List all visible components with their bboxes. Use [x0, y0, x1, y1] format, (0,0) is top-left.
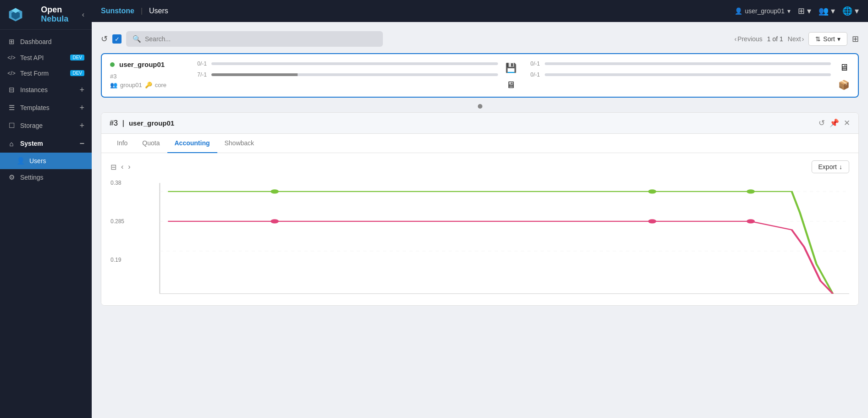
chart-next-button[interactable]: ›: [128, 163, 130, 171]
topbar-separator: |: [141, 7, 143, 15]
sidebar-item-label: Test Form: [20, 70, 49, 77]
y-label-0285: 0.285: [111, 218, 124, 225]
screen-icon: 🖥: [506, 80, 515, 90]
sidebar-item-settings[interactable]: ⚙ Settings: [0, 169, 92, 186]
logo-nebula-text: Nebula: [41, 15, 68, 24]
chart-filter-button[interactable]: ⊟: [111, 163, 116, 171]
instances-add-button[interactable]: +: [79, 85, 84, 95]
auth-icon: 🔑: [145, 82, 152, 88]
chart-prev-button[interactable]: ‹: [121, 163, 123, 171]
checkbox-check-icon: ✓: [115, 36, 120, 43]
sidebar-item-storage[interactable]: ☐ Storage +: [0, 117, 92, 135]
sidebar-item-users[interactable]: 👤 Users: [0, 153, 92, 169]
detail-actions: ↺ 📌 ✕: [818, 118, 850, 128]
scroll-indicator: [101, 104, 859, 109]
search-input[interactable]: [145, 35, 376, 43]
next-button[interactable]: Next ›: [788, 35, 804, 43]
stat-bar-3: [545, 62, 831, 65]
sort-icon: ⇅: [815, 35, 821, 43]
user-name: user_group01: [119, 60, 165, 68]
sidebar-item-label: Settings: [20, 174, 44, 181]
templates-add-button[interactable]: +: [79, 103, 84, 113]
svg-point-11: [271, 219, 279, 223]
chart-svg: [111, 179, 849, 298]
stat-icons-left: 💾 🖥: [505, 60, 517, 90]
tab-showback[interactable]: Showback: [217, 134, 262, 153]
dashboard-icon: ⊞: [7, 38, 16, 46]
system-icon: ⌂: [7, 140, 16, 148]
sort-label: Sort: [823, 35, 835, 43]
toolbar-left: ↺ ✓: [101, 34, 122, 44]
sort-button[interactable]: ⇅ Sort ▾: [808, 32, 847, 46]
user-card: user_group01 #3 👥 group01 🔑 core: [101, 53, 859, 98]
status-online-dot: [110, 62, 115, 67]
refresh-button[interactable]: ↺: [101, 34, 108, 44]
users-icon: 👤: [17, 157, 25, 165]
sidebar-collapse-button[interactable]: ‹: [82, 11, 84, 19]
detail-refresh-button[interactable]: ↺: [818, 118, 825, 128]
user-info: user_group01 #3 👥 group01 🔑 core: [110, 60, 183, 88]
user-card-header: user_group01: [110, 60, 183, 68]
sidebar-item-system[interactable]: ⌂ System −: [0, 135, 92, 153]
detail-name: user_group01: [129, 119, 174, 127]
stat-label-2: 7/-1: [191, 72, 207, 78]
stat-bar-4: [545, 73, 831, 76]
user-meta: #3: [110, 73, 183, 80]
chart-area: ⊟ ‹ › Export ↓ 0.38 0.285 0.19: [101, 153, 858, 305]
topbar-people-icon[interactable]: 👥 ▾: [818, 6, 835, 16]
sidebar-item-instances[interactable]: ⊟ Instances +: [0, 81, 92, 99]
previous-button[interactable]: ‹ Previous: [735, 35, 763, 43]
page-count: 1 of 1: [767, 35, 783, 43]
sidebar-item-label: System: [20, 140, 43, 147]
sidebar-item-label: Dashboard: [20, 38, 52, 45]
stat-row-3: 0/-1: [524, 60, 831, 67]
storage-add-button[interactable]: +: [79, 121, 84, 131]
topbar-grid-icon[interactable]: ⊞ ▾: [798, 6, 811, 16]
topbar-user-menu[interactable]: 👤 user_group01 ▾: [735, 7, 791, 15]
test-form-badge: DEV: [70, 70, 84, 76]
sidebar: Open Nebula ‹ ⊞ Dashboard </> Test API D…: [0, 0, 92, 418]
sidebar-item-dashboard[interactable]: ⊞ Dashboard: [0, 33, 92, 50]
sidebar-item-test-form[interactable]: </> Test Form DEV: [0, 66, 92, 81]
sidebar-item-templates[interactable]: ☰ Templates +: [0, 99, 92, 117]
user-group-meta: 👥 group01 🔑 core: [110, 82, 183, 88]
export-label: Export: [818, 163, 837, 170]
sidebar-item-test-api[interactable]: </> Test API DEV: [0, 50, 92, 66]
svg-point-10: [746, 189, 755, 193]
svg-point-8: [271, 189, 279, 193]
logo-icon: [7, 6, 24, 23]
toolbar: ↺ ✓ 🔍 ‹ Previous 1 of 1 Next › ⇅ Sort ▾ …: [101, 31, 859, 47]
tab-quota[interactable]: Quota: [135, 134, 167, 153]
system-collapse-button[interactable]: −: [79, 139, 84, 148]
disk-icon: 💾: [505, 62, 517, 73]
detail-id: #3: [110, 119, 118, 127]
user-icon: 👤: [735, 7, 742, 15]
chart-toolbar: ⊟ ‹ › Export ↓: [111, 160, 849, 173]
svg-point-12: [648, 219, 656, 223]
toolbar-right: ‹ Previous 1 of 1 Next › ⇅ Sort ▾ ⊞: [735, 32, 859, 46]
external-link-button[interactable]: ⊞: [852, 34, 859, 44]
export-icon: ↓: [839, 163, 842, 170]
export-button[interactable]: Export ↓: [812, 160, 849, 173]
stat-label-3: 0/-1: [524, 60, 540, 67]
instances-icon: ⊟: [7, 86, 16, 94]
sidebar-nav: ⊞ Dashboard </> Test API DEV </> Test Fo…: [0, 30, 92, 418]
stat-bar-2: [211, 73, 498, 76]
tab-accounting[interactable]: Accounting: [167, 134, 217, 153]
user-auth: core: [155, 82, 166, 88]
detail-pin-button[interactable]: 📌: [829, 118, 839, 128]
topbar-globe-icon[interactable]: 🌐 ▾: [842, 6, 859, 16]
detail-close-button[interactable]: ✕: [844, 118, 850, 128]
y-label-038: 0.38: [111, 180, 121, 186]
storage-icon: ☐: [7, 121, 16, 130]
sidebar-item-label: Storage: [20, 122, 43, 129]
detail-panel: #3 | user_group01 ↺ 📌 ✕ Info Quota Acc: [101, 112, 859, 306]
sidebar-item-label: Test API: [20, 54, 44, 61]
stat-row-2: 7/-1: [191, 72, 498, 78]
user-dropdown-icon: ▾: [787, 7, 791, 15]
sidebar-item-label: Templates: [20, 104, 50, 111]
tab-info[interactable]: Info: [110, 134, 135, 153]
select-all-checkbox[interactable]: ✓: [112, 34, 122, 44]
content-area: ↺ ✓ 🔍 ‹ Previous 1 of 1 Next › ⇅ Sort ▾ …: [92, 22, 868, 418]
user-group: group01: [120, 82, 142, 88]
